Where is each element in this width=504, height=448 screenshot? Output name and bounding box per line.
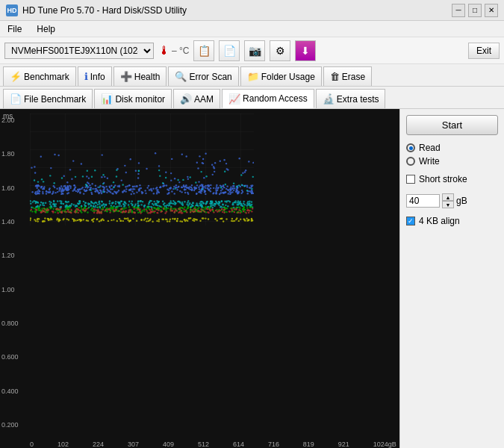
svg-point-846 (94, 169, 96, 171)
menu-help[interactable]: Help (34, 23, 58, 35)
svg-point-1358 (125, 211, 127, 212)
svg-point-342 (61, 193, 63, 194)
svg-point-1457 (122, 220, 124, 222)
svg-point-360 (232, 185, 234, 187)
tab-file-benchmark[interactable]: 📄 File Benchmark (3, 89, 93, 108)
svg-point-394 (237, 192, 238, 193)
svg-point-253 (74, 189, 75, 190)
svg-point-568 (177, 201, 178, 202)
tab-disk-monitor[interactable]: 📊 Disk monitor (94, 89, 172, 108)
maximize-button[interactable]: □ (468, 4, 482, 17)
svg-point-819 (158, 205, 160, 207)
svg-point-1488 (208, 218, 209, 220)
svg-point-434 (50, 167, 52, 169)
y-label-3: 1.40 (1, 218, 28, 225)
toolbar-btn-5[interactable]: ⬇ (295, 40, 316, 61)
svg-point-644 (94, 206, 96, 208)
minimize-button[interactable]: ─ (452, 4, 465, 17)
svg-point-1274 (178, 208, 179, 210)
svg-point-1482 (145, 218, 146, 220)
svg-point-664 (148, 203, 149, 205)
svg-point-298 (217, 187, 219, 189)
tab-benchmark[interactable]: ⚡ Benchmark (3, 66, 76, 86)
svg-point-404 (138, 162, 140, 164)
svg-point-449 (197, 167, 199, 169)
svg-point-264 (125, 188, 127, 190)
tab-folder-usage[interactable]: 📁 Folder Usage (240, 66, 322, 86)
svg-point-372 (85, 190, 87, 191)
svg-point-391 (63, 185, 64, 187)
tab-bar-row2: 📄 File Benchmark 📊 Disk monitor 🔊 AAM 📈 … (0, 87, 504, 109)
svg-point-1245 (93, 212, 95, 214)
svg-point-362 (67, 187, 69, 188)
svg-point-408 (71, 178, 72, 179)
svg-point-726 (188, 204, 190, 205)
drive-select[interactable]: NVMeHFS001TEJ9X110N (1024 gB) (4, 43, 154, 59)
svg-point-13 (136, 191, 137, 193)
tab-erase[interactable]: 🗑 Erase (323, 66, 372, 86)
menu-file[interactable]: File (4, 23, 25, 35)
svg-point-127 (38, 193, 40, 194)
svg-point-1232 (68, 211, 69, 213)
svg-point-465 (248, 161, 249, 162)
svg-point-359 (49, 190, 51, 192)
svg-point-877 (246, 190, 248, 191)
svg-point-783 (232, 202, 234, 204)
spin-up-btn[interactable]: ▲ (442, 193, 454, 201)
tab-health[interactable]: ➕ Health (113, 66, 167, 86)
window-title: HD Tune Pro 5.70 - Hard Disk/SSD Utility (22, 5, 187, 16)
svg-point-366 (62, 189, 63, 190)
close-button[interactable]: ✕ (485, 4, 498, 17)
stroke-input[interactable] (406, 194, 440, 208)
tab-extra-tests[interactable]: 🔬 Extra tests (316, 89, 386, 108)
toolbar-btn-1[interactable]: 📋 (193, 40, 214, 61)
tab-disk-monitor-label: Disk monitor (115, 94, 165, 105)
toolbar-btn-3[interactable]: 📷 (244, 40, 265, 61)
svg-point-186 (132, 188, 134, 190)
svg-point-821 (109, 202, 111, 204)
svg-point-683 (144, 205, 146, 206)
tab-info[interactable]: ℹ Info (78, 66, 112, 86)
svg-point-1377 (134, 212, 136, 214)
svg-point-441 (137, 177, 139, 178)
x-label-4: 409 (163, 441, 174, 448)
svg-point-254 (205, 185, 206, 187)
svg-point-835 (53, 182, 55, 184)
write-radio-circle (406, 157, 415, 166)
svg-point-460 (146, 168, 147, 169)
svg-point-24 (249, 190, 250, 192)
svg-point-777 (76, 205, 78, 207)
write-label: Write (419, 156, 440, 167)
svg-point-1438 (188, 217, 190, 219)
short-stroke-checkbox[interactable]: Short stroke (406, 174, 498, 184)
spin-down-btn[interactable]: ▼ (442, 201, 454, 208)
svg-point-419 (101, 176, 102, 178)
write-radio[interactable]: Write (406, 156, 498, 167)
start-button[interactable]: Start (406, 115, 498, 135)
kb-align-checkbox[interactable]: ✓ 4 KB align (406, 216, 498, 226)
svg-point-869 (220, 187, 222, 188)
toolbar-btn-4[interactable]: ⚙ (270, 40, 290, 61)
svg-point-1519 (202, 217, 203, 219)
svg-point-609 (93, 203, 95, 205)
svg-point-1530 (251, 220, 252, 221)
read-radio[interactable]: Read (406, 143, 498, 153)
svg-point-1332 (154, 211, 155, 212)
tab-error-scan[interactable]: 🔍 Error Scan (168, 66, 238, 86)
svg-point-697 (158, 201, 159, 202)
svg-point-1326 (231, 208, 232, 210)
svg-point-1475 (119, 220, 121, 222)
tab-aam[interactable]: 🔊 AAM (173, 89, 220, 108)
toolbar-btn-2[interactable]: 📄 (219, 40, 240, 61)
exit-button[interactable]: Exit (468, 43, 500, 59)
svg-point-358 (231, 188, 233, 190)
svg-point-841 (91, 176, 93, 178)
svg-point-823 (240, 205, 242, 206)
svg-point-471 (31, 167, 32, 168)
svg-point-703 (60, 202, 62, 204)
tab-random-access[interactable]: 📈 Random Access (222, 89, 314, 108)
svg-point-1506 (220, 218, 222, 220)
svg-point-237 (75, 190, 77, 192)
short-stroke-label: Short stroke (419, 174, 467, 184)
svg-point-105 (122, 191, 123, 193)
